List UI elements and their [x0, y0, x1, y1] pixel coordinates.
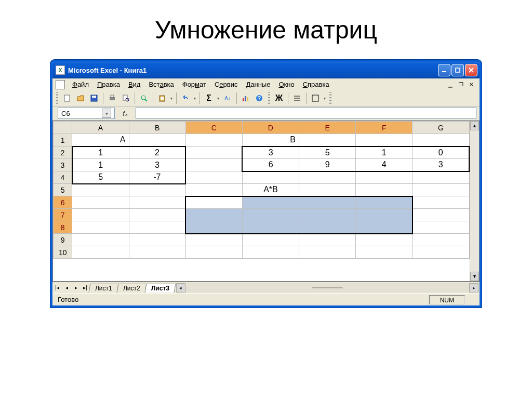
cell-D8[interactable] [242, 221, 299, 234]
cell-B9[interactable] [129, 234, 185, 246]
scroll-up-button[interactable]: ▲ [470, 121, 479, 130]
autosum-button[interactable]: Σ [203, 92, 215, 104]
row-header-6[interactable]: 6 [54, 196, 72, 209]
sheet-tab-2[interactable]: Лист2 [116, 284, 147, 292]
cell-A3[interactable]: 1 [72, 159, 129, 171]
doc-close-button[interactable]: ✕ [467, 81, 475, 88]
cell-C10[interactable] [185, 246, 242, 259]
undo-dropdown[interactable]: ▼ [193, 97, 197, 100]
borders-dropdown[interactable]: ▼ [323, 97, 327, 100]
col-header-D[interactable]: D [242, 122, 299, 134]
row-header-7[interactable]: 7 [54, 209, 72, 221]
tab-nav-next[interactable]: ▸ [71, 283, 81, 292]
menu-insert[interactable]: Вставка [144, 79, 178, 89]
row-header-2[interactable]: 2 [54, 147, 72, 159]
cell-C1[interactable] [185, 134, 242, 147]
cell-F7[interactable] [356, 209, 413, 221]
cell-B5[interactable] [129, 184, 185, 196]
cell-C2[interactable] [185, 147, 242, 159]
scroll-right-button[interactable]: ▸ [469, 283, 478, 292]
sheet-tab-3[interactable]: Лист3 [144, 284, 176, 292]
autosum-dropdown[interactable]: ▼ [216, 97, 220, 100]
scroll-track[interactable] [470, 130, 479, 272]
menu-tools[interactable]: Сервис [210, 79, 242, 89]
cell-E9[interactable] [299, 234, 356, 246]
col-header-C[interactable]: C [185, 122, 242, 134]
cell-E4[interactable] [299, 171, 356, 184]
undo-button[interactable] [179, 92, 192, 104]
paste-dropdown[interactable]: ▼ [169, 97, 174, 100]
formula-input[interactable] [136, 108, 476, 119]
tab-nav-prev[interactable]: ◂ [62, 283, 71, 292]
cell-F8[interactable] [356, 221, 413, 234]
cell-E2[interactable]: 5 [299, 147, 356, 159]
horizontal-scrollbar[interactable]: ◂ ▸ [176, 283, 478, 292]
scroll-down-button[interactable]: ▼ [470, 272, 479, 281]
select-all-corner[interactable] [54, 122, 72, 134]
cell-D9[interactable] [242, 234, 299, 246]
cell-C5[interactable] [185, 184, 242, 196]
cell-E5[interactable] [299, 184, 356, 196]
cell-B4[interactable]: -7 [129, 171, 185, 184]
cell-E7[interactable] [299, 209, 356, 221]
row-header-9[interactable]: 9 [54, 234, 72, 246]
cell-C8[interactable] [185, 221, 242, 234]
cell-A5[interactable] [72, 184, 129, 196]
cell-B8[interactable] [129, 221, 185, 234]
cell-D2[interactable]: 3 [242, 147, 299, 159]
cell-G3[interactable]: 3 [413, 159, 469, 171]
cell-B6[interactable] [129, 196, 185, 209]
col-header-E[interactable]: E [299, 122, 356, 134]
sort-button[interactable]: А↓ [221, 92, 234, 104]
cell-F2[interactable]: 1 [356, 147, 413, 159]
menu-file[interactable]: Файл [68, 79, 93, 89]
cell-E1[interactable] [299, 134, 356, 147]
help-button[interactable]: ? [253, 92, 265, 104]
cell-F10[interactable] [356, 246, 413, 259]
cell-B7[interactable] [129, 209, 185, 221]
tab-nav-first[interactable]: |◂ [52, 283, 62, 292]
cell-B10[interactable] [129, 246, 185, 259]
row-header-3[interactable]: 3 [54, 159, 72, 171]
col-header-B[interactable]: B [129, 122, 185, 134]
sheet-tab-1[interactable]: Лист1 [89, 284, 119, 292]
row-header-8[interactable]: 8 [54, 221, 72, 234]
bold-button[interactable]: Ж [273, 92, 285, 104]
chart-wizard-button[interactable] [240, 92, 252, 104]
cell-G10[interactable] [413, 246, 469, 259]
cell-E3[interactable]: 9 [299, 159, 356, 171]
cell-F6[interactable] [356, 196, 413, 209]
col-header-G[interactable]: G [413, 122, 469, 134]
cell-A6[interactable] [72, 196, 129, 209]
cell-C7[interactable] [185, 209, 242, 221]
cell-G5[interactable] [413, 184, 469, 196]
print-button[interactable] [106, 92, 118, 104]
cell-G1[interactable] [413, 134, 469, 147]
fx-button[interactable]: fₓ [118, 110, 132, 117]
cell-C9[interactable] [185, 234, 242, 246]
window-close-button[interactable] [465, 64, 477, 76]
cell-G7[interactable] [413, 209, 469, 221]
menu-view[interactable]: Вид [124, 79, 145, 89]
row-header-10[interactable]: 10 [54, 246, 72, 259]
cell-F3[interactable]: 4 [356, 159, 413, 171]
cell-G8[interactable] [413, 221, 469, 234]
row-header-4[interactable]: 4 [54, 171, 72, 184]
cell-F9[interactable] [356, 234, 413, 246]
cell-A7[interactable] [72, 209, 129, 221]
cell-G6[interactable] [413, 196, 469, 209]
vertical-scrollbar[interactable]: ▲ ▼ [470, 121, 479, 281]
cell-F4[interactable] [356, 171, 413, 184]
cell-B3[interactable]: 3 [129, 159, 185, 171]
align-button[interactable] [291, 92, 303, 104]
cell-E6[interactable] [299, 196, 356, 209]
open-button[interactable] [74, 92, 87, 104]
menu-edit[interactable]: Правка [93, 79, 124, 89]
cell-B1[interactable] [129, 134, 185, 147]
cell-G2[interactable]: 0 [413, 147, 469, 159]
cell-G4[interactable] [413, 171, 469, 184]
cell-F1[interactable] [356, 134, 413, 147]
cell-D1[interactable]: B [242, 134, 299, 147]
hscroll-thumb[interactable] [312, 287, 343, 288]
cell-C3[interactable] [185, 159, 242, 171]
